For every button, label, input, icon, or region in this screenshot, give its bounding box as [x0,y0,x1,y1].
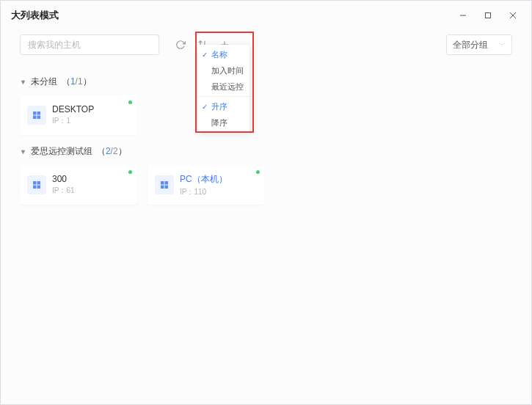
maximize-button[interactable] [477,4,499,26]
svg-rect-14 [161,181,164,185]
group-header[interactable]: ▼ 未分组 （1/1） [20,76,512,88]
svg-rect-11 [37,181,41,185]
group-count-wrap: （2/2） [97,145,127,158]
window-title: 大列表模式 [11,9,59,22]
sort-option-name[interactable]: 名称 [198,46,249,62]
host-icon [155,175,174,194]
chevron-down-icon: ﹀ [499,40,506,50]
close-button[interactable] [502,4,524,26]
group-name: 爱思远控测试组 [31,145,92,158]
chevron-down-icon: ▼ [20,148,26,156]
host-card[interactable]: PC（本机） IP：110 [147,165,265,205]
host-ip: IP：61 [52,186,75,196]
group-total: 2 [113,146,118,156]
host-name: PC（本机） [180,173,227,186]
sort-order-desc[interactable]: 降序 [198,114,249,131]
svg-rect-15 [165,181,169,185]
sort-menu: 名称 加入时间 最近远控 升序 降序 [198,45,249,132]
svg-rect-1 [486,13,491,18]
sort-order-asc[interactable]: 升序 [198,98,249,114]
host-icon [27,106,46,125]
svg-rect-12 [33,186,37,189]
svg-rect-8 [33,116,37,120]
svg-rect-13 [37,186,41,189]
svg-rect-7 [37,112,41,115]
sort-option-recent[interactable]: 最近远控 [198,79,249,95]
status-online-icon [256,170,260,174]
status-online-icon [128,170,132,174]
group-count: 2 [106,146,111,156]
minimize-button[interactable] [452,4,474,26]
chevron-down-icon: ▼ [20,79,26,86]
group-total: 1 [78,76,83,87]
host-name: DESKTOP [52,104,94,114]
group-select[interactable]: 全部分组 ﹀ [446,34,512,55]
host-icon [27,175,46,194]
search-input[interactable] [20,34,159,55]
group-count: 1 [70,76,76,87]
svg-rect-9 [37,116,41,120]
group-count-wrap: （1/1） [62,76,92,88]
svg-rect-6 [33,112,37,115]
host-ip: IP：110 [180,187,227,197]
card-list: DESKTOP IP：1 [20,95,512,135]
svg-rect-10 [33,181,37,185]
host-name: 300 [52,174,75,184]
toolbar: 全部分组 ﹀ [1,30,531,59]
svg-rect-17 [165,186,169,189]
status-online-icon [128,101,132,104]
window-controls [452,4,524,26]
svg-rect-16 [161,186,164,189]
content: ▼ 未分组 （1/1） DESKTOP IP：1 ▼ 爱思远控测试组 （2/2） [1,59,531,211]
titlebar: 大列表模式 [1,1,531,30]
host-card[interactable]: DESKTOP IP：1 [20,95,137,135]
host-card[interactable]: 300 IP：61 [20,165,137,205]
sort-option-join-time[interactable]: 加入时间 [198,62,249,79]
group-name: 未分组 [31,76,57,88]
host-ip: IP：1 [52,116,94,126]
refresh-button[interactable] [171,35,190,54]
group-header[interactable]: ▼ 爱思远控测试组 （2/2） [20,145,512,158]
app-window: 大列表模式 全部分组 ﹀ ▼ 未分组 [0,0,532,405]
group-select-label: 全部分组 [453,39,488,51]
card-list: 300 IP：61 PC（本机） IP：110 [20,165,512,205]
